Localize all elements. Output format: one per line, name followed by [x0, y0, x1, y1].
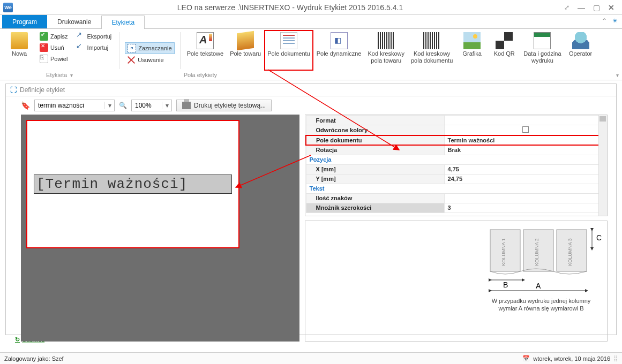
label-canvas[interactable]: [Termin ważności] — [21, 115, 299, 342]
prop-x-label: X [mm] — [306, 164, 444, 174]
tab-etykieta[interactable]: Etykieta — [101, 16, 145, 29]
kod-qr-label: Kod QR — [494, 50, 515, 57]
layout-diagram: KOLUMNA 1 KOLUMNA 2 KOLUMNA 3 C B A — [479, 225, 603, 295]
checkbox-icon[interactable] — [522, 126, 529, 133]
prop-ilosc-value[interactable] — [444, 193, 606, 203]
layout-preview: KOLUMNA 1 KOLUMNA 2 KOLUMNA 3 C B A W pr… — [305, 221, 608, 342]
svg-text:KOLUMNA 2: KOLUMNA 2 — [534, 238, 539, 266]
barcode-document-icon — [423, 32, 440, 49]
content-header-title: Definicje etykiet — [20, 86, 65, 94]
grafika-label: Grafika — [463, 50, 482, 57]
definitions-icon: ⛶ — [10, 86, 17, 94]
minimize-button[interactable]: — — [574, 3, 589, 12]
maximize-button[interactable]: ▢ — [589, 3, 604, 12]
label-selector-dropdown[interactable]: ▾ — [104, 102, 114, 109]
prop-x-value[interactable]: 4,75 — [444, 164, 606, 174]
svg-text:KOLUMNA 3: KOLUMNA 3 — [567, 238, 573, 266]
usuwanie-button[interactable]: Usuwanie — [125, 55, 174, 65]
export-icon — [76, 32, 85, 41]
eksportuj-button[interactable]: Eksportuj — [74, 31, 114, 42]
prop-odwrocone-value[interactable] — [444, 125, 606, 136]
resize-grip-icon[interactable]: ⣿ — [613, 355, 618, 362]
powiel-label: Powiel — [50, 56, 68, 62]
prop-pole-dokumentu-value[interactable]: Termin ważności — [444, 135, 606, 145]
chevron-icon[interactable]: ▾ — [616, 72, 619, 78]
zoom-input[interactable] — [132, 100, 162, 111]
pole-dokumentu-button[interactable]: Pole dokumentu — [264, 30, 313, 71]
ribbon-up-icon[interactable]: ⌃ — [602, 17, 607, 25]
operator-label: Operator — [569, 50, 592, 57]
operator-button[interactable]: Operator — [565, 30, 597, 71]
label-selector-input[interactable] — [35, 100, 104, 111]
svg-text:KOLUMNA 1: KOLUMNA 1 — [501, 238, 506, 266]
pole-towaru-label: Pole towaru — [230, 50, 261, 57]
zoom-dropdown[interactable]: ▾ — [162, 102, 171, 109]
prop-rotacja-value[interactable]: Brak — [444, 145, 606, 155]
save-icon — [40, 32, 48, 41]
chevron-icon[interactable]: ▾ — [70, 72, 73, 78]
zoom-selector[interactable]: ▾ — [131, 100, 172, 111]
ribbon-group-edit: Zaznaczanie Usuwanie — [123, 30, 176, 80]
ribbon-tabs: Program Drukowanie Etykieta ⌃ ✴ — [0, 15, 622, 29]
operator-icon — [572, 32, 589, 49]
pole-towaru-button[interactable]: Pole towaru — [227, 30, 264, 71]
expand-icon[interactable]: ⤢ — [564, 4, 569, 11]
image-icon — [463, 32, 481, 49]
prop-y-label: Y [mm] — [306, 174, 444, 184]
prop-rotacja-label: Rotacja — [306, 145, 444, 155]
zapisz-button[interactable]: Zapisz — [38, 31, 70, 42]
importuj-button[interactable]: Importuj — [74, 42, 114, 53]
label-selector[interactable]: ▾ — [34, 100, 115, 111]
tab-program[interactable]: Program — [2, 15, 47, 28]
document-field-icon — [280, 32, 297, 49]
data-godzina-button[interactable]: Data i godzina wydruku — [520, 30, 564, 71]
print-test-button[interactable]: Drukuj etykietę testową... — [176, 100, 272, 111]
ribbon-group-etykieta: Nowa Zapisz Usuń Powiel Eksportuj Import… — [3, 30, 116, 80]
product-field-icon — [237, 31, 254, 50]
delete-icon — [40, 43, 48, 52]
prop-format-value[interactable] — [444, 116, 606, 125]
label-page[interactable]: [Termin ważności] — [26, 120, 239, 248]
dynamic-field-icon — [331, 32, 348, 49]
scrollbar[interactable] — [598, 115, 607, 216]
usun-button[interactable]: Usuń — [38, 42, 70, 53]
document-field-placeholder[interactable]: [Termin ważności] — [34, 175, 232, 194]
toolbar-row: 🔖 ▾ 🔍 ▾ Drukuj etykietę testową... — [6, 96, 616, 115]
zaznaczanie-label: Zaznaczanie — [138, 45, 171, 51]
prop-ilosc-label: Ilość znaków — [306, 193, 444, 203]
barcode-product-icon — [378, 32, 395, 49]
tab-drukowanie[interactable]: Drukowanie — [47, 15, 101, 28]
section-tekst[interactable]: Tekst▴ — [306, 184, 606, 193]
kod-kreskowy-towaru-button[interactable]: Kod kreskowy pola towaru — [365, 30, 408, 71]
title-bar: We LEO na serwerze .\INSERTNEXO - Wydruk… — [0, 0, 622, 15]
grafika-button[interactable]: Grafika — [456, 30, 488, 71]
svg-text:A: A — [536, 282, 541, 290]
kod-qr-button[interactable]: Kod QR — [488, 30, 520, 71]
eksportuj-label: Eksportuj — [87, 33, 111, 40]
qr-icon — [496, 32, 513, 49]
select-icon — [128, 44, 136, 52]
zaznaczanie-button[interactable]: Zaznaczanie — [125, 42, 174, 54]
pole-tekstowe-label: Pole tekstowe — [187, 50, 223, 57]
magnifier-icon[interactable]: 🔍 — [119, 102, 127, 109]
pole-dokumentu-label: Pole dokumentu — [267, 50, 310, 57]
ribbon-group-pola: Pole tekstowe Pole towaru Pole dokumentu… — [184, 30, 619, 80]
prop-format-label: Format — [306, 116, 444, 125]
pole-dynamiczne-button[interactable]: Pole dynamiczne — [313, 30, 365, 71]
text-field-icon — [197, 32, 214, 49]
prop-mnoznik-szer-label: Mnożnik szerokości — [306, 203, 444, 213]
kod-kreskowy-dokumentu-button[interactable]: Kod kreskowy pola dokumentu — [408, 30, 456, 71]
group-caption-etykieta: Etykieta — [46, 72, 67, 78]
powiel-button[interactable]: Powiel — [38, 54, 70, 64]
prop-y-value[interactable]: 24,75 — [444, 174, 606, 184]
properties-grid[interactable]: Format Odwrócone kolory Pole dokumentuTe… — [305, 115, 608, 216]
pole-tekstowe-button[interactable]: Pole tekstowe — [184, 30, 227, 71]
nowa-button[interactable]: Nowa — [3, 30, 35, 71]
section-pozycja[interactable]: Pozycja▴ — [306, 155, 606, 164]
ribbon-settings-icon[interactable]: ✴ — [612, 17, 618, 25]
app-icon: We — [3, 3, 13, 12]
data-godzina-label: Data i godzina wydruku — [523, 50, 561, 64]
close-button[interactable]: ✕ — [604, 3, 619, 12]
svg-text:B: B — [503, 280, 508, 289]
prop-mnoznik-szer-value[interactable]: 3 — [444, 203, 606, 213]
